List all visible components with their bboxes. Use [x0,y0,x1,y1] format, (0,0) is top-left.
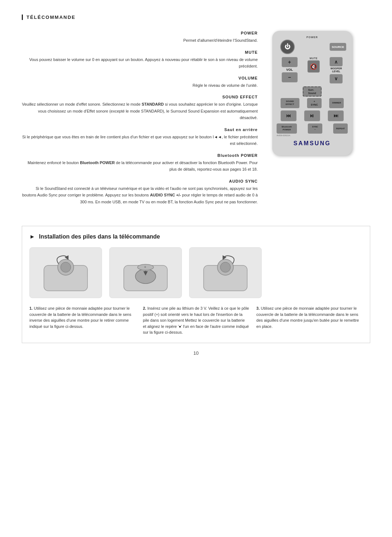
power-label: POWER [22,31,258,35]
page-title: TÉLÉCOMMANDE [22,15,370,20]
audio-sync-text: Si le SoundStand est connecté à un télév… [22,186,258,204]
desc-power: POWER Permet d'allumer/d'éteindre l'Soun… [22,31,258,44]
saut-arriere-label: Saut en arrière [22,127,258,132]
surr-sound-button[interactable]: Surr.Sound [303,86,322,97]
desc-saut-arriere: Saut en arrière Si le périphérique que v… [22,127,258,147]
mute-block: MUTE 🔇 [307,57,320,73]
sound-effect-btn-label: SOUNDEFFECT [286,100,294,106]
woofer-down-icon: ∨ [334,76,338,81]
power-button[interactable]: ⏻ [280,40,295,54]
desc-volume: VOLUME Règle le niveau de volume de l'un… [22,76,258,89]
vol-minus-button[interactable]: − [282,72,298,82]
bluetooth-power-text: Maintenez enfoncé le bouton Bluetooth PO… [28,160,258,172]
remote-row-2: + VOL − MUTE 🔇 ∧ [277,57,348,84]
vol-label: VOL [286,68,293,72]
desc-mute: MUTE Vous pouvez baisser le volume sur 0… [22,50,258,69]
sync-plus-label: +SYNC [311,100,318,106]
repeat-button[interactable]: REPEAT [333,123,348,134]
battery-image-1 [29,247,102,298]
play-pause-icon: ⏯ [310,113,314,118]
model-number: AH59-02615A [277,134,348,137]
mute-icon: 🔇 [310,63,317,70]
battery-images-row: + [29,247,363,298]
bt-row: BluetoothPOWER SYNC− REPEAT [277,123,348,134]
woofer-label: WOOFERLEVEL [331,67,342,73]
source-label: SOURCE [332,45,344,49]
samsung-logo: SAMSUNG [277,140,348,147]
step-1-num: 1. [29,306,33,310]
descriptions-panel: POWER Permet d'allumer/d'éteindre l'Soun… [22,31,261,211]
mute-text: Vous pouvez baisser le volume sur 0 en a… [29,57,258,69]
dimmer-label: DIMMER [332,102,341,105]
next-button[interactable]: ⏭ [328,110,344,121]
vol-plus-icon: + [288,59,291,65]
battery-svg-2: + [113,251,178,294]
desc-bluetooth-power: Bluetooth POWER Maintenez enfoncé le bou… [22,153,258,172]
installation-title: ► Installation des piles dans la télécom… [29,233,363,240]
surr-sound-row: Surr.Sound [277,86,348,97]
prev-button[interactable]: ⏮ [281,110,297,121]
page-number: 10 [22,350,370,356]
battery-steps-text: 1. Utilisez une pièce de monnaie adaptée… [29,305,363,335]
installation-section: ► Installation des piles dans la télécom… [22,226,370,343]
woofer-up-button[interactable]: ∧ [330,57,343,66]
next-icon: ⏭ [334,113,338,118]
installation-title-text: Installation des piles dans la télécomma… [39,233,160,240]
step-3-content: Utilisez une pièce de monnaie adaptée po… [256,306,359,329]
volume-label: VOLUME [22,76,258,80]
step-2-content: Insérez une pile au lithium de 3 V. Veil… [143,306,249,334]
battery-image-2: + [109,247,182,298]
mute-label: MUTE [22,50,258,54]
battery-svg-1 [33,251,98,294]
sound-effect-text: Veuillez sélectionner un mode d'effet so… [22,102,258,120]
step-1-text: 1. Utilisez une pièce de monnaie adaptée… [29,305,136,335]
sync-minus-button[interactable]: SYNC− [308,123,322,134]
sound-effect-label: SOUND EFFECT [22,95,258,99]
remote-control: POWER ⏻ SOURCE + VOL [272,31,352,155]
svg-point-2 [61,262,71,272]
battery-svg-3 [193,251,258,294]
installation-arrow: ► [29,233,35,240]
step-3-num: 3. [256,306,260,310]
desc-sound-effect: SOUND EFFECT Veuillez sélectionner un mo… [22,95,258,121]
sync-minus-label: SYNC− [312,126,318,131]
vol-plus-button[interactable]: + [282,57,298,67]
power-text: Permet d'allumer/d'éteindre l'SoundStand… [183,38,258,42]
saut-arriere-text: Si le périphérique que vous êtes en trai… [22,135,258,146]
woofer-down-button[interactable]: ∨ [330,74,343,84]
repeat-label: REPEAT [336,127,345,130]
battery-image-3 [189,247,262,298]
remote-wrapper: POWER ⏻ SOURCE + VOL [272,31,370,211]
sync-plus-button[interactable]: +SYNC [307,98,322,108]
step-1-content: Utilisez une pièce de monnaie adaptée po… [29,306,131,329]
remote-row-1: ⏻ SOURCE [277,40,348,54]
main-content: POWER Permet d'allumer/d'éteindre l'Soun… [22,31,370,211]
bt-power-button[interactable]: BluetoothPOWER [277,123,297,134]
source-button[interactable]: SOURCE [330,43,346,51]
surr-sound-label: Surr.Sound [308,88,316,95]
dimmer-button[interactable]: DIMMER [329,98,344,108]
desc-audio-sync: AUDIO SYNC Si le SoundStand est connecté… [22,179,258,205]
prev-icon: ⏮ [286,113,291,118]
bluetooth-power-label: Bluetooth POWER [22,153,258,158]
bt-power-label: BluetoothPOWER [282,126,292,131]
woofer-block: ∧ WOOFERLEVEL ∨ [330,57,343,84]
step-3-text: 3. Utilisez une pièce de monnaie adaptée… [256,305,363,335]
transport-row: ⏮ ⏯ ⏭ [277,110,348,121]
volume-text: Règle le niveau de volume de l'unité. [193,83,258,88]
sound-effect-button[interactable]: SOUNDEFFECT [281,98,299,108]
woofer-up-icon: ∧ [334,59,338,65]
play-pause-button[interactable]: ⏯ [304,110,320,121]
power-icon: ⏻ [285,44,290,50]
mute-button[interactable]: 🔇 [307,60,320,73]
step-2-num: 2. [143,306,146,310]
audio-sync-label: AUDIO SYNC [22,179,258,183]
vol-minus-icon: − [288,74,291,80]
remote-power-label: POWER [306,36,318,38]
svg-point-9 [220,262,230,272]
remote-mute-label: MUTE [310,57,318,60]
vol-block: + VOL − [282,57,298,82]
step-2-text: 2. Insérez une pile au lithium de 3 V. V… [143,305,249,335]
svg-text:+: + [144,265,146,269]
remote-row-3: SOUNDEFFECT +SYNC DIMMER [277,98,348,108]
